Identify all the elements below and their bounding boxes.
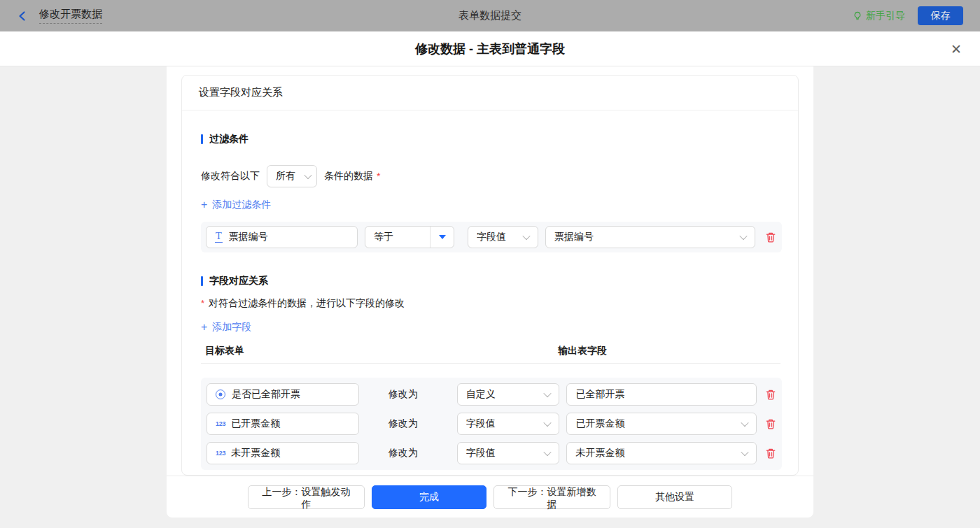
caret-down-icon xyxy=(439,235,446,239)
target-field-box[interactable]: 123 已开票金额 xyxy=(206,413,359,435)
prev-step-button[interactable]: 上一步：设置触发动作 xyxy=(248,485,365,509)
topbar: 表单数据提交 修改开票数据 新手引导 保存 xyxy=(0,0,980,31)
delete-row-trash-icon[interactable] xyxy=(765,389,776,400)
section-bar xyxy=(201,276,203,286)
chevron-down-icon xyxy=(304,171,312,179)
match-scope-select[interactable]: 所有 xyxy=(267,165,317,187)
next-step-button[interactable]: 下一步：设置新增数据 xyxy=(493,485,610,509)
number-field-icon: 123 xyxy=(216,450,225,457)
page-body: 设置字段对应关系 过滤条件 修改符合以下 所有 条件的数据 * xyxy=(0,66,980,528)
target-field-box[interactable]: 是否已全部开票 xyxy=(206,383,359,406)
condition-value-select[interactable]: 票据编号 xyxy=(545,226,755,248)
dialog-header: 修改数据 - 主表到普通字段 ✕ xyxy=(0,31,980,66)
condition-operator-select[interactable]: 等于 xyxy=(365,226,454,248)
required-mark: * xyxy=(377,171,380,182)
dialog-card: 设置字段对应关系 过滤条件 修改符合以下 所有 条件的数据 * xyxy=(167,66,813,518)
mapping-description: * 对符合过滤条件的数据，进行以下字段的修改 xyxy=(201,297,779,310)
mapping-table-header: 目标表单 输出表字段 xyxy=(201,345,779,357)
chevron-down-icon xyxy=(544,419,552,427)
delete-row-trash-icon[interactable] xyxy=(765,418,776,429)
chevron-down-icon xyxy=(522,232,530,240)
match-condition-row: 修改符合以下 所有 条件的数据 * xyxy=(201,165,779,187)
chevron-down-icon xyxy=(544,448,552,456)
dialog-title: 修改数据 - 主表到普通字段 xyxy=(415,41,565,57)
card-header: 设置字段对应关系 xyxy=(182,76,798,110)
section-bar xyxy=(201,134,203,144)
target-field-box[interactable]: 123 未开票金额 xyxy=(206,442,359,464)
number-field-icon: 123 xyxy=(216,420,225,427)
required-mark: * xyxy=(201,298,204,308)
mapping-rows-panel: 是否已全部开票 修改为 自定义 已全部开票 xyxy=(201,378,782,470)
filter-condition-panel: T 票据编号 等于 字段值 xyxy=(201,222,782,252)
condition-field-box[interactable]: T 票据编号 xyxy=(206,226,358,248)
divider xyxy=(201,363,780,364)
done-button[interactable]: 完成 xyxy=(372,485,486,509)
modify-to-label: 修改为 xyxy=(388,388,424,401)
chevron-down-icon xyxy=(741,419,748,427)
mapping-section-title: 字段对应关系 xyxy=(201,275,779,287)
mapping-row: 123 未开票金额 修改为 字段值 未开票金额 xyxy=(206,442,776,464)
match-prefix-label: 修改符合以下 xyxy=(201,170,260,183)
other-settings-button[interactable]: 其他设置 xyxy=(617,485,732,509)
custom-value-input[interactable]: 已全部开票 xyxy=(566,383,757,406)
flow-title[interactable]: 修改开票数据 xyxy=(39,8,102,24)
radio-field-icon xyxy=(216,390,225,399)
filter-condition-item: T 票据编号 等于 字段值 xyxy=(206,226,777,248)
modify-mode-select[interactable]: 字段值 xyxy=(457,413,560,435)
condition-value-type-select[interactable]: 字段值 xyxy=(468,226,538,248)
close-icon[interactable]: ✕ xyxy=(951,42,962,55)
column-output-field: 输出表字段 xyxy=(558,345,607,357)
modify-mode-select[interactable]: 字段值 xyxy=(457,442,560,464)
modify-to-label: 修改为 xyxy=(388,447,424,459)
mapping-row: 是否已全部开票 修改为 自定义 已全部开票 xyxy=(206,383,776,406)
delete-condition-trash-icon[interactable] xyxy=(765,231,776,243)
match-suffix-label: 条件的数据 xyxy=(324,170,373,183)
output-field-select[interactable]: 已开票金额 xyxy=(566,413,757,435)
topbar-center-title: 表单数据提交 xyxy=(0,9,980,22)
operator-caret-segment[interactable] xyxy=(430,227,454,248)
plus-icon: + xyxy=(201,322,207,333)
output-field-select[interactable]: 未开票金额 xyxy=(566,442,757,464)
chevron-down-icon xyxy=(739,232,747,240)
plus-icon: + xyxy=(201,199,207,211)
column-target-form: 目标表单 xyxy=(205,345,244,357)
modify-mode-select[interactable]: 自定义 xyxy=(457,383,560,406)
chevron-down-icon xyxy=(544,390,552,397)
lightbulb-icon xyxy=(853,11,862,21)
modify-to-label: 修改为 xyxy=(388,418,424,430)
mapping-row: 123 已开票金额 修改为 字段值 已开票金额 xyxy=(206,413,776,435)
back-icon[interactable] xyxy=(17,10,28,22)
dialog-footer: 上一步：设置触发动作 完成 下一步：设置新增数据 其他设置 xyxy=(167,476,813,518)
chevron-down-icon xyxy=(741,448,748,456)
filter-section-title: 过滤条件 xyxy=(201,133,779,145)
settings-card: 设置字段对应关系 过滤条件 修改符合以下 所有 条件的数据 * xyxy=(181,75,799,476)
add-filter-condition-link[interactable]: + 添加过滤条件 xyxy=(201,199,271,211)
save-button[interactable]: 保存 xyxy=(918,6,963,25)
beginner-guide-label: 新手引导 xyxy=(866,10,905,22)
add-field-link[interactable]: + 添加字段 xyxy=(201,321,251,334)
text-field-icon: T xyxy=(215,231,223,243)
delete-row-trash-icon[interactable] xyxy=(765,448,776,459)
beginner-guide-link[interactable]: 新手引导 xyxy=(853,10,905,22)
